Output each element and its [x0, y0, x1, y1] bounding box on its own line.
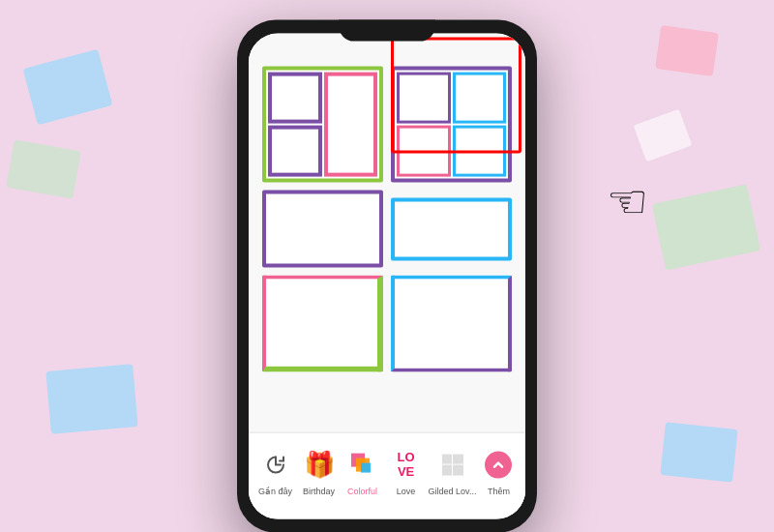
gilded-cell-3: [442, 465, 453, 476]
toolbar-label-gilded: Gilded Lov...: [429, 486, 477, 495]
toolbar-item-colorful[interactable]: Colorful: [342, 447, 384, 495]
frame-cell-tr-c: [397, 126, 451, 177]
frame-bottom-left[interactable]: [262, 276, 383, 372]
gilded-icon: [435, 447, 470, 482]
frame-cell-purple-1: [268, 73, 322, 124]
toolbar-label-birthday: Birthday: [303, 486, 335, 495]
bg-decoration-1: [23, 49, 113, 126]
frame-top-left[interactable]: [262, 67, 383, 183]
gilded-cell-1: [442, 454, 453, 464]
frame-cell-tr-a: [397, 73, 451, 124]
bg-decoration-6: [660, 422, 737, 483]
frame-cell-tr-b: [453, 73, 507, 124]
frame-cell-tr-d: [453, 126, 507, 177]
toolbar-item-birthday[interactable]: 🎁 Birthday: [298, 447, 341, 495]
hand-cursor: ☞: [607, 179, 648, 225]
colorful-sq3: [361, 462, 371, 472]
gilded-cell-2: [453, 454, 463, 464]
toolbar-item-recent[interactable]: Gần đây: [254, 447, 297, 495]
screen-content: Gần đây 🎁 Birthday: [249, 34, 525, 519]
frame-bottom-right[interactable]: [391, 276, 512, 372]
frame-cell-pink: [324, 73, 378, 177]
bg-decoration-2: [6, 139, 81, 198]
triangle-pointer: [511, 109, 512, 140]
phone-body: Gần đây 🎁 Birthday: [237, 20, 537, 532]
gilded-cell-4: [453, 465, 463, 476]
phone-notch: [339, 20, 435, 42]
toolbar-item-love[interactable]: LOVE Love: [385, 447, 428, 495]
toolbar-label-more: Thêm: [488, 486, 510, 495]
toolbar-item-gilded[interactable]: Gilded Lov...: [429, 447, 477, 495]
toolbar-label-love: Love: [397, 486, 416, 495]
colorful-squares-icon: [351, 453, 374, 476]
bg-decoration-3: [45, 364, 137, 434]
bg-decoration-4: [655, 25, 719, 76]
frames-grid: [258, 63, 516, 423]
gilded-grid-icon: [442, 454, 463, 475]
more-button-icon: [485, 451, 512, 478]
collage-area: [249, 34, 525, 432]
colorful-icon: [345, 447, 380, 482]
toolbar-item-more[interactable]: Thêm: [477, 447, 520, 495]
frame-top-right-selected[interactable]: [391, 67, 512, 183]
recent-icon: [258, 447, 293, 482]
love-text-icon: LOVE: [398, 451, 415, 479]
toolbar-label-colorful: Colorful: [347, 486, 377, 495]
more-icon: [481, 447, 516, 482]
frame-middle-right[interactable]: [391, 198, 512, 261]
love-icon: LOVE: [389, 447, 424, 482]
phone-screen: Gần đây 🎁 Birthday: [249, 34, 525, 519]
bg-decoration-7: [634, 109, 693, 163]
frame-cell-purple-2: [268, 126, 322, 177]
frame-middle-left[interactable]: [262, 191, 383, 268]
toolbar: Gần đây 🎁 Birthday: [249, 432, 525, 519]
birthday-icon: 🎁: [302, 447, 337, 482]
phone: Gần đây 🎁 Birthday: [237, 20, 537, 532]
toolbar-label-recent: Gần đây: [258, 486, 292, 495]
bg-decoration-5: [652, 184, 760, 270]
